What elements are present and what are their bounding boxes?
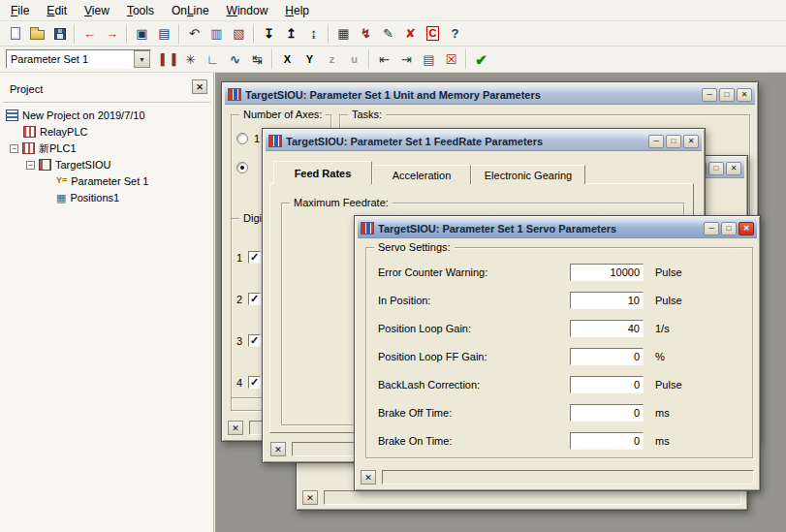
close-x-button[interactable]: ✕ xyxy=(302,490,318,505)
menu-view[interactable]: View xyxy=(76,1,118,20)
edit-pen-button[interactable]: ✎ xyxy=(377,23,399,45)
back-button[interactable]: ← xyxy=(79,23,101,45)
tree-item-label: Positions1 xyxy=(70,192,119,203)
maximize-button[interactable]: □ xyxy=(719,88,735,102)
radio-axes-2[interactable] xyxy=(236,162,248,173)
brake-on-time-field[interactable] xyxy=(570,432,644,450)
close-x-button[interactable]: ✕ xyxy=(361,470,376,485)
tab-feed-rates[interactable]: Feed Rates xyxy=(273,161,372,184)
checkbox-checked-icon[interactable] xyxy=(248,293,261,305)
maximize-button[interactable]: □ xyxy=(721,222,737,235)
forward-button[interactable]: → xyxy=(101,23,123,45)
axis-y-button[interactable]: Y xyxy=(299,48,321,70)
position-loop-gain-field[interactable] xyxy=(570,320,644,337)
in-position-field[interactable] xyxy=(570,292,644,309)
jog-left-button[interactable]: ⇤ xyxy=(373,48,395,70)
quick-edit-button[interactable]: ↯ xyxy=(355,23,377,45)
position-loop-ff-gain-field[interactable] xyxy=(570,348,644,365)
checkbox-checked-icon[interactable] xyxy=(248,376,261,389)
minimize-button[interactable]: ─ xyxy=(702,88,717,102)
menu-tools[interactable]: Tools xyxy=(118,1,163,20)
minimize-button[interactable]: ─ xyxy=(704,222,719,235)
brake-off-time-field[interactable] xyxy=(570,404,644,422)
menu-online[interactable]: OnLine xyxy=(163,1,218,20)
paste-icon: ▧ xyxy=(233,27,244,40)
axis-u-button[interactable]: u xyxy=(343,48,365,70)
group-label: Maximum Feedrate: xyxy=(290,196,393,209)
axis-z-button[interactable]: z xyxy=(321,48,343,70)
axis-setup-button[interactable]: ✳ xyxy=(179,48,202,70)
paste-program-button[interactable]: ▤ xyxy=(153,23,175,45)
checkbox-row-4[interactable]: 4 xyxy=(236,376,261,389)
tree-item-positions1[interactable]: ▦ Positions1 xyxy=(0,190,211,205)
new-file-button[interactable] xyxy=(4,23,26,45)
checkbox-checked-icon[interactable] xyxy=(248,334,261,347)
bar-chart-button[interactable]: ▌▐ xyxy=(157,48,179,70)
undo-button[interactable]: ↶ xyxy=(183,23,205,45)
stack-bars-button[interactable]: ▤ xyxy=(418,48,440,70)
axis-x-button[interactable]: X xyxy=(276,48,299,70)
tree-item-newplc1[interactable]: − 新PLC1 xyxy=(0,141,211,156)
menu-window[interactable]: Window xyxy=(218,1,277,20)
title-bar[interactable]: TargetSIOU: Parameter Set 1 Unit and Mem… xyxy=(225,85,755,105)
clear-table-button[interactable]: ☒ xyxy=(440,48,462,70)
open-button[interactable] xyxy=(26,23,48,45)
save-button[interactable] xyxy=(48,23,71,45)
checkbox-row-3[interactable]: 3 xyxy=(236,334,261,347)
tree-item-relayplc[interactable]: RelayPLC xyxy=(0,124,211,140)
tree-item-targetsiou[interactable]: − TargetSIOU xyxy=(0,157,211,172)
transfer-down-button[interactable]: ↧ xyxy=(258,23,280,45)
radio-selected-icon[interactable] xyxy=(236,162,248,173)
expand-minus-icon[interactable]: − xyxy=(10,144,18,153)
transfer-up-button[interactable]: ↥ xyxy=(280,23,302,45)
paste-button[interactable]: ▧ xyxy=(228,23,250,45)
minimize-button[interactable]: ─ xyxy=(648,135,664,148)
expand-minus-icon[interactable]: − xyxy=(26,161,35,170)
radio-icon[interactable] xyxy=(236,133,248,144)
radio-axes-1[interactable]: 1 xyxy=(236,133,260,144)
compile-button[interactable]: C xyxy=(422,23,444,45)
combobox-value: Parameter Set 1 xyxy=(7,53,134,65)
menu-file[interactable]: File xyxy=(2,1,38,20)
maximize-button[interactable]: □ xyxy=(708,162,724,175)
parameter-set-combobox[interactable]: Parameter Set 1 ▼ xyxy=(6,49,151,69)
apply-button[interactable]: ✔ xyxy=(470,48,492,70)
title-bar[interactable]: TargetSIOU: Parameter Set 1 FeedRate Par… xyxy=(266,132,702,151)
close-button[interactable]: ✕ xyxy=(737,88,752,102)
transfer-compare-button[interactable]: ↨ xyxy=(302,23,325,45)
error-counter-warning-field[interactable] xyxy=(570,264,644,281)
chevron-down-icon[interactable]: ▼ xyxy=(134,50,150,68)
close-x-button[interactable]: ✕ xyxy=(228,421,243,435)
plot-corner-button[interactable]: ∟ xyxy=(202,48,224,70)
menu-edit[interactable]: Edit xyxy=(38,1,76,20)
close-button[interactable]: ✕ xyxy=(739,222,754,235)
maximize-button[interactable]: □ xyxy=(666,135,681,148)
jog-left-icon: ⇤ xyxy=(379,53,390,66)
copy-program-button[interactable]: ▣ xyxy=(131,23,153,45)
jog-right-button[interactable]: ⇥ xyxy=(395,48,418,70)
toolbar-separator xyxy=(74,24,76,44)
close-button[interactable]: ✕ xyxy=(726,162,741,175)
tree-item-parameter-set-1[interactable]: Y= Parameter Set 1 xyxy=(0,173,211,189)
checkbox-row-1[interactable]: 1 xyxy=(236,251,261,264)
delete-element-button[interactable]: ✘ xyxy=(399,23,422,45)
close-button[interactable]: ✕ xyxy=(683,135,699,148)
checkbox-checked-icon[interactable] xyxy=(248,251,261,264)
tab-acceleration[interactable]: Acceleration xyxy=(372,165,471,184)
window-icon xyxy=(268,135,282,147)
tree-item-project-root[interactable]: New Project on 2019/7/10 xyxy=(0,108,211,123)
title-bar[interactable]: TargetSIOU: Parameter Set 1 Servo Parame… xyxy=(358,219,757,238)
checkbox-row-2[interactable]: 2 xyxy=(236,293,261,305)
ladder-grid-icon: ▦ xyxy=(337,27,349,40)
panel-close-button[interactable]: ✕ xyxy=(192,79,207,94)
copy-button[interactable]: ▥ xyxy=(205,23,228,45)
close-x-button[interactable]: ✕ xyxy=(270,442,286,456)
help-button[interactable]: ? xyxy=(444,23,466,45)
menu-help[interactable]: Help xyxy=(276,1,318,20)
window-servo-parameters: TargetSIOU: Parameter Set 1 Servo Parame… xyxy=(354,215,761,491)
backlash-correction-field[interactable] xyxy=(570,376,644,393)
tab-electronic-gearing[interactable]: Electronic Gearing xyxy=(471,165,585,184)
ladder-grid-button[interactable]: ▦ xyxy=(332,23,355,45)
align-axes-button[interactable]: ↹ xyxy=(246,48,268,70)
wave-monitor-button[interactable]: ∿ xyxy=(224,48,246,70)
